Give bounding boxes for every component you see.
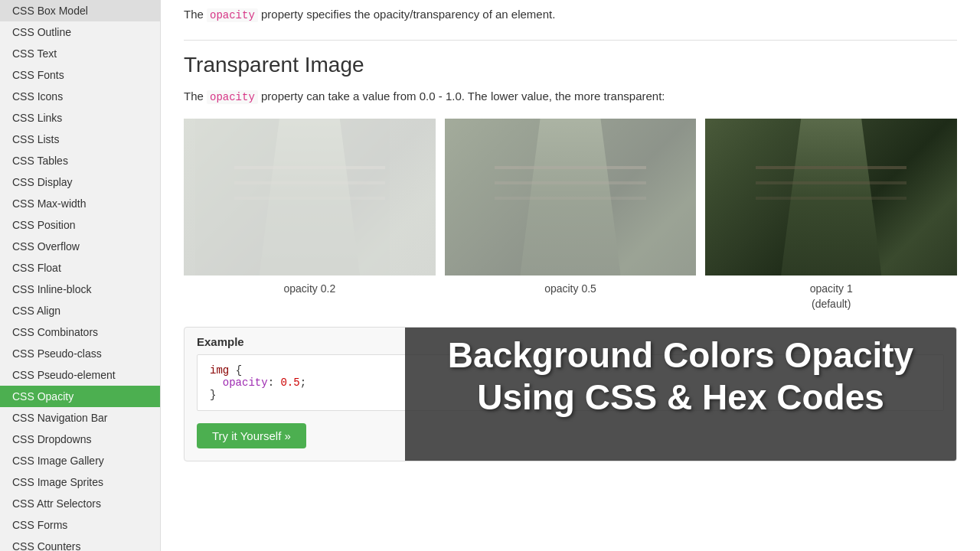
sidebar-item-css-opacity[interactable]: CSS Opacity — [0, 386, 160, 407]
image-label-10: opacity 1(default) — [810, 282, 853, 311]
forest-bridge-image-10 — [705, 119, 957, 276]
image-container-10: opacity 1(default) — [705, 119, 957, 311]
code-property: opacity — [223, 377, 268, 389]
intro-text-prefix: The — [184, 8, 207, 21]
image-label-02: opacity 0.2 — [283, 282, 335, 297]
sidebar-item-css-pseudo-class[interactable]: CSS Pseudo-class — [0, 343, 160, 364]
section-desc: The opacity property can take a value fr… — [184, 90, 957, 103]
main-content: The opacity property specifies the opaci… — [161, 0, 980, 551]
sidebar-item-css-display[interactable]: CSS Display — [0, 171, 160, 193]
sidebar-item-css-outline[interactable]: CSS Outline — [0, 21, 160, 43]
sidebar: CSS Box Model CSS Outline CSS Text CSS F… — [0, 0, 161, 551]
sidebar-item-css-attr-selectors[interactable]: CSS Attr Selectors — [0, 493, 160, 514]
sidebar-item-css-navigation-bar[interactable]: CSS Navigation Bar — [0, 407, 160, 429]
example-box: Example img { opacity: 0.5; } Try it You… — [184, 327, 957, 461]
code-semicolon: ; — [300, 377, 306, 389]
desc-suffix: property can take a value from 0.0 - 1.0… — [258, 90, 665, 103]
desc-prefix: The — [184, 90, 207, 103]
sidebar-item-css-image-gallery[interactable]: CSS Image Gallery — [0, 450, 160, 471]
intro-paragraph: The opacity property specifies the opaci… — [184, 8, 957, 21]
code-selector: img — [210, 364, 229, 377]
code-brace-open: { — [236, 364, 242, 377]
sidebar-item-css-combinators[interactable]: CSS Combinators — [0, 321, 160, 343]
sidebar-item-css-pseudo-element[interactable]: CSS Pseudo-element — [0, 364, 160, 386]
sidebar-item-css-inline-block[interactable]: CSS Inline-block — [0, 279, 160, 300]
code-colon: : — [268, 377, 281, 389]
code-value: 0.5 — [280, 377, 299, 389]
overlay-line2: Using CSS & Hex Codes — [477, 377, 884, 417]
sidebar-item-css-tables[interactable]: CSS Tables — [0, 150, 160, 171]
sidebar-item-css-max-width[interactable]: CSS Max-width — [0, 193, 160, 214]
overlay-line1: Background Colors Opacity — [448, 335, 913, 375]
sidebar-item-css-dropdowns[interactable]: CSS Dropdowns — [0, 429, 160, 450]
sidebar-item-css-image-sprites[interactable]: CSS Image Sprites — [0, 471, 160, 493]
sidebar-item-css-counters[interactable]: CSS Counters — [0, 536, 160, 551]
sidebar-item-css-box-model[interactable]: CSS Box Model — [0, 0, 160, 21]
desc-code: opacity — [207, 90, 258, 104]
sidebar-item-css-align[interactable]: CSS Align — [0, 300, 160, 321]
code-indent — [210, 377, 223, 389]
image-label-05: opacity 0.5 — [544, 282, 596, 297]
sidebar-item-css-icons[interactable]: CSS Icons — [0, 86, 160, 107]
overlay-panel: Background Colors Opacity Using CSS & He… — [405, 327, 956, 461]
sidebar-item-css-links[interactable]: CSS Links — [0, 107, 160, 129]
sidebar-item-css-lists[interactable]: CSS Lists — [0, 129, 160, 150]
sidebar-item-css-fonts[interactable]: CSS Fonts — [0, 64, 160, 86]
image-container-05: opacity 0.5 — [445, 119, 697, 311]
sidebar-item-css-forms[interactable]: CSS Forms — [0, 514, 160, 536]
image-container-02: opacity 0.2 — [184, 119, 436, 311]
try-it-button[interactable]: Try it Yourself » — [197, 423, 306, 448]
forest-bridge-image-02 — [184, 119, 436, 276]
overlay-text: Background Colors Opacity Using CSS & He… — [448, 334, 913, 419]
sidebar-item-css-text[interactable]: CSS Text — [0, 43, 160, 64]
intro-text-suffix: property specifies the opacity/transpare… — [258, 8, 556, 21]
sidebar-item-css-overflow[interactable]: CSS Overflow — [0, 236, 160, 257]
sidebar-item-css-position[interactable]: CSS Position — [0, 214, 160, 236]
section-title: Transparent Image — [184, 53, 957, 77]
opacity-images-row: opacity 0.2 opacity 0.5 opacity 1(defaul… — [184, 119, 957, 311]
intro-code: opacity — [207, 8, 258, 22]
code-brace-close: } — [210, 389, 216, 401]
sidebar-item-css-float[interactable]: CSS Float — [0, 257, 160, 279]
forest-bridge-image-05 — [445, 119, 697, 276]
divider — [184, 40, 957, 41]
